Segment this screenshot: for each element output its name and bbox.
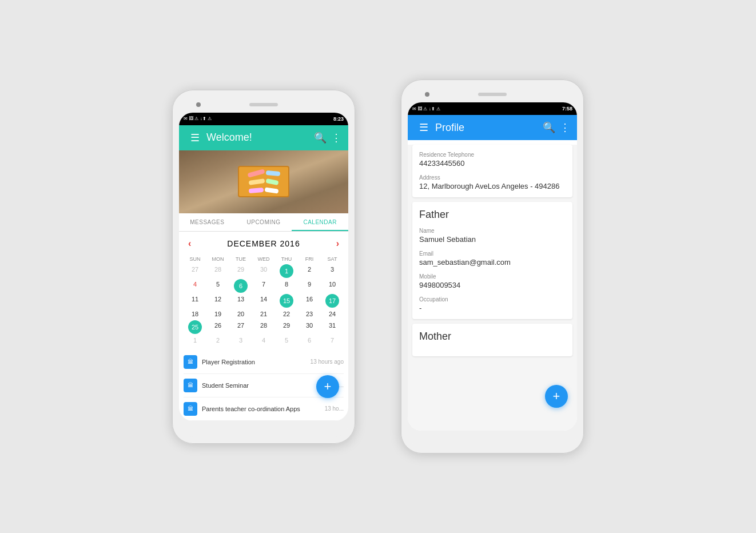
fab-button-2[interactable]: + (545, 385, 568, 408)
cal-day[interactable]: 23 (298, 308, 321, 320)
cal-day[interactable]: 2 (298, 264, 321, 279)
hero-image-1 (179, 150, 348, 213)
cal-day-1[interactable]: 1 (280, 264, 293, 278)
father-name-value: Samuel Sebatian (419, 235, 566, 244)
week-1: 27 28 29 30 1 2 3 (184, 264, 344, 279)
week-3: 11 12 13 14 15 16 17 (184, 293, 344, 308)
cal-day[interactable]: 21 (252, 308, 275, 320)
cal-day[interactable]: 24 (321, 308, 344, 320)
cal-day[interactable]: 30 (252, 264, 275, 279)
cal-day[interactable]: 22 (275, 308, 298, 320)
event-item-1[interactable]: 🏛 Player Registration 13 hours ago (184, 351, 344, 374)
event-item-3[interactable]: 🏛 Parents teacher co-ordination Apps 13 … (184, 397, 344, 421)
cal-day[interactable]: 5 (275, 335, 298, 346)
cal-day[interactable]: 2 (206, 335, 229, 346)
cal-day[interactable]: 16 (298, 293, 321, 308)
tab-upcoming[interactable]: UPCOMING (236, 213, 292, 231)
cal-day-6[interactable]: 6 (234, 279, 248, 293)
cal-day[interactable]: 9 (298, 279, 321, 293)
chalk-box (238, 166, 289, 197)
cal-day[interactable]: 14 (252, 293, 275, 308)
status-time-2: 7:58 (562, 106, 572, 112)
cal-day[interactable]: 10 (321, 279, 344, 293)
cal-day[interactable]: 6 (298, 335, 321, 346)
event-time-3: 13 ho... (325, 405, 344, 412)
day-sun: SUN (184, 254, 206, 264)
phone-bottom-2 (408, 431, 577, 447)
cal-day[interactable]: 27 (229, 320, 252, 335)
calendar-grid: SUN MON TUE WED THU FRI SAT 27 28 29 30 (184, 254, 344, 346)
phone-profile: ✉ 🖼 ⚠ ↓⬆ ⚠ 7:58 ☰ Profile 🔍 ⋮ Residence … (401, 79, 584, 454)
cal-day[interactable]: 26 (206, 320, 229, 335)
cal-day[interactable]: 3 (229, 335, 252, 346)
cal-day[interactable]: 31 (321, 320, 344, 335)
mother-section: Mother (412, 324, 572, 356)
phone-screen-2: ✉ 🖼 ⚠ ↓⬆ ⚠ 7:58 ☰ Profile 🔍 ⋮ Residence … (408, 102, 577, 431)
week-2: 4 5 6 7 8 9 10 (184, 279, 344, 293)
event-name-3: Parents teacher co-ordination Apps (202, 405, 325, 412)
cal-day[interactable]: 4 (252, 335, 275, 346)
cal-day[interactable]: 5 (206, 279, 229, 293)
contact-card: Residence Telephone 44233445560 Address … (412, 145, 572, 197)
day-thu: THU (275, 254, 298, 264)
cal-day[interactable]: 1 (184, 335, 206, 346)
cal-day[interactable]: 28 (252, 320, 275, 335)
cal-day[interactable]: 7 (252, 279, 275, 293)
more-icon-2[interactable]: ⋮ (560, 121, 570, 134)
father-occupation-value: - (419, 304, 566, 312)
phone-calendar: ✉ 🖼 ⚠ ↓⬆ ⚠ 8:23 ☰ Welcome! 🔍 ⋮ (172, 90, 355, 444)
next-month-button[interactable]: › (336, 238, 339, 249)
tab-messages[interactable]: MESSAGES (179, 213, 236, 231)
speaker-1 (249, 103, 278, 106)
phone-screen-1: ✉ 🖼 ⚠ ↓⬆ ⚠ 8:23 ☰ Welcome! 🔍 ⋮ (179, 113, 348, 421)
menu-icon-1[interactable]: ☰ (190, 132, 200, 144)
day-headers: SUN MON TUE WED THU FRI SAT (184, 254, 344, 264)
event-name-1: Player Registration (202, 359, 311, 365)
search-icon-1[interactable]: 🔍 (314, 132, 327, 144)
menu-icon-2[interactable]: ☰ (419, 121, 428, 134)
day-mon: MON (206, 254, 229, 264)
cal-day[interactable]: 13 (229, 293, 252, 308)
week-6: 1 2 3 4 5 6 7 (184, 335, 344, 346)
cal-day[interactable]: 11 (184, 293, 206, 308)
cal-day[interactable]: 12 (206, 293, 229, 308)
field-address: Address 12, Marlborough AveLos Angeles -… (419, 174, 566, 190)
cal-day[interactable]: 29 (229, 264, 252, 279)
cal-day[interactable]: 19 (206, 308, 229, 320)
cal-day[interactable]: 8 (275, 279, 298, 293)
address-value: 12, Marlborough AveLos Angeles - 494286 (419, 182, 566, 190)
cal-day-17[interactable]: 17 (325, 294, 339, 308)
cal-day[interactable]: 20 (229, 308, 252, 320)
cal-day[interactable]: 28 (206, 264, 229, 279)
fab-button-1[interactable]: + (316, 375, 339, 398)
cal-day[interactable]: 18 (184, 308, 206, 320)
app-title-1: Welcome! (206, 132, 309, 144)
cal-day-25[interactable]: 25 (188, 320, 202, 334)
tab-calendar[interactable]: CALENDAR (292, 213, 348, 231)
cal-day-15[interactable]: 15 (280, 294, 293, 308)
prev-month-button[interactable]: ‹ (188, 238, 191, 249)
field-father-occupation: Occupation - (419, 296, 566, 312)
camera-1 (196, 102, 201, 107)
cal-day[interactable]: 3 (321, 264, 344, 279)
phone-top-2 (408, 86, 577, 102)
day-tue: TUE (229, 254, 252, 264)
page-wrapper: ✉ 🖼 ⚠ ↓⬆ ⚠ 8:23 ☰ Welcome! 🔍 ⋮ (149, 57, 607, 476)
more-icon-1[interactable]: ⋮ (331, 132, 341, 144)
father-email-label: Email (419, 250, 566, 257)
calendar-month-title: DECEMBER 2016 (227, 239, 300, 248)
speaker-2 (478, 93, 507, 96)
calendar-header: ‹ DECEMBER 2016 › (184, 236, 344, 251)
search-icon-2[interactable]: 🔍 (543, 121, 555, 134)
status-bar-2: ✉ 🖼 ⚠ ↓⬆ ⚠ 7:58 (408, 102, 577, 115)
father-title: Father (419, 209, 566, 221)
cal-day[interactable]: 29 (275, 320, 298, 335)
telephone-label: Residence Telephone (419, 152, 566, 158)
event-time-1: 13 hours ago (311, 359, 344, 365)
cal-day[interactable]: 30 (298, 320, 321, 335)
camera-2 (425, 92, 429, 97)
cal-day[interactable]: 7 (321, 335, 344, 346)
cal-day[interactable]: 4 (184, 279, 206, 293)
cal-day[interactable]: 27 (184, 264, 206, 279)
father-mobile-value: 9498009534 (419, 281, 566, 289)
